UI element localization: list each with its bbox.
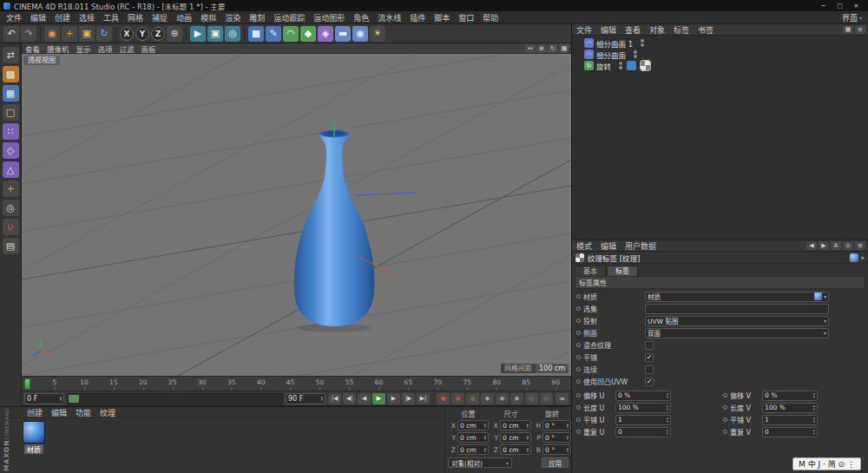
coord-field-2-2[interactable]: 0 cm▴▾ (500, 432, 531, 443)
menubar-item-7[interactable]: 捕捉 (148, 12, 172, 23)
add-generator-button[interactable]: ◠ (283, 26, 299, 42)
am-forward-icon[interactable]: ▶ (819, 241, 829, 250)
record-pla-button[interactable]: ◇ (540, 393, 553, 404)
length-v-field[interactable]: 100 %▴▾ (762, 403, 818, 413)
redo-button[interactable]: ↷ (21, 26, 36, 42)
am-menu-3[interactable]: 用户数据 (621, 240, 661, 252)
timeline-ruler[interactable]: 51015202530354045505560657075808590 (22, 376, 571, 391)
om-menu-6[interactable]: 书签 (694, 24, 718, 36)
coord-field-3-3[interactable]: 0 °▴▾ (542, 444, 571, 455)
timeline-tick-60[interactable]: 60 (375, 378, 384, 386)
material-menu-1[interactable]: 创建 (23, 407, 47, 418)
length-v-field-spinner[interactable]: ▴▾ (813, 404, 815, 411)
timeline-slider[interactable] (67, 393, 283, 404)
attribute-tab-2[interactable]: 标签 (607, 266, 638, 276)
viewport-menu-5[interactable]: 过滤 (116, 43, 138, 54)
object-row-3[interactable]: ↻旋转 (572, 60, 868, 71)
viewport-menu-3[interactable]: 显示 (73, 43, 95, 54)
enable-axis-button[interactable]: + (3, 181, 19, 197)
timeline-tick-40[interactable]: 40 (257, 378, 266, 386)
am-lock-icon[interactable]: ⊙ (843, 241, 853, 250)
timeline-tick-65[interactable]: 65 (404, 378, 413, 386)
minimize-button[interactable]: ─ (815, 3, 832, 10)
menubar-item-3[interactable]: 创建 (50, 12, 75, 23)
add-deformer-button[interactable]: ◈ (318, 26, 333, 42)
tiles-v-field-spinner[interactable]: ▴▾ (813, 417, 815, 423)
timeline-tick-5[interactable]: 5 (53, 378, 57, 386)
am-auto-icon[interactable]: A (831, 241, 841, 250)
material-menu-3[interactable]: 功能 (71, 407, 95, 418)
uvw-tag[interactable] (627, 61, 636, 70)
tiles-u-field[interactable]: 1▴▾ (615, 415, 671, 425)
menubar-item-2[interactable]: 编辑 (26, 12, 50, 23)
am-back-icon[interactable]: ◀ (806, 241, 817, 250)
timeline-tick-30[interactable]: 30 (198, 378, 207, 386)
material-item-1[interactable]: 材质 (21, 421, 47, 454)
viewport-menu-4[interactable]: 选项 (95, 43, 116, 54)
close-button[interactable]: ✕ (848, 3, 865, 10)
offset-u-field[interactable]: 0 %▴▾ (615, 391, 671, 401)
pan-view-button[interactable]: ↔ (525, 44, 536, 53)
start-frame-spinner[interactable]: ▴▾ (60, 396, 62, 402)
am-menu-1[interactable]: 模式 (572, 240, 596, 252)
autokeying-button[interactable]: ◉ (451, 393, 464, 404)
record-keyframe-button[interactable]: ● (437, 393, 450, 404)
rotate-tool[interactable]: ↻ (96, 26, 112, 42)
animation-options-button[interactable]: ≡ (556, 393, 569, 404)
om-filter-icon[interactable]: ≡ (855, 25, 865, 34)
repetition-v-field-spinner[interactable]: ▴▾ (813, 429, 815, 435)
scale-tool[interactable]: ▣ (79, 26, 95, 42)
workplane-lock-button[interactable]: ▤ (3, 238, 19, 254)
workplane-mode-button[interactable]: □ (3, 104, 19, 121)
prev-key-button[interactable]: ◀| (343, 393, 356, 404)
link-menu-icon[interactable]: ▾ (824, 293, 826, 299)
repetition-u-field-spinner[interactable]: ▴▾ (667, 429, 668, 435)
om-menu-5[interactable]: 标签 (669, 24, 694, 36)
use-bump-uvw-checkbox[interactable]: ✓ (645, 378, 654, 386)
menubar-item-14[interactable]: 角色 (349, 12, 373, 23)
keyframe-selection-button[interactable]: ◎ (466, 393, 479, 404)
model-mode-button[interactable]: ▩ (3, 66, 19, 82)
material-menu-2[interactable]: 编辑 (47, 407, 71, 418)
coord-field-3-1[interactable]: 0 cm▴▾ (457, 444, 489, 455)
timeline-tick-75[interactable]: 75 (464, 378, 472, 386)
menubar-item-6[interactable]: 网格 (123, 12, 148, 23)
om-menu-4[interactable]: 对象 (645, 24, 669, 36)
add-light-button[interactable]: ☀ (370, 26, 385, 42)
live-selection-tool[interactable]: ◉ (44, 26, 60, 42)
render-view-button[interactable]: ▶ (190, 26, 206, 42)
material-menu-4[interactable]: 纹理 (95, 407, 120, 418)
add-mesh-button[interactable]: ◆ (300, 26, 316, 42)
interface-caret-icon[interactable]: ▾ (859, 15, 862, 21)
projection-select[interactable]: UVW 贴图▾ (645, 316, 829, 326)
menubar-item-4[interactable]: 选择 (75, 12, 99, 23)
edges-mode-button[interactable]: ◇ (3, 142, 19, 159)
selection-field[interactable] (645, 304, 829, 314)
tiles-v-field[interactable]: 1▴▾ (762, 415, 818, 425)
length-u-field-spinner[interactable]: ▴▾ (667, 404, 668, 411)
offset-v-field-spinner[interactable]: ▴▾ (813, 392, 815, 398)
mix-textures-checkbox[interactable] (645, 341, 654, 350)
start-frame-field[interactable]: 0 F ▴▾ (24, 393, 64, 404)
points-mode-button[interactable]: ∷ (3, 123, 19, 140)
timeline-tick-45[interactable]: 45 (286, 378, 295, 386)
offset-v-field[interactable]: 0 %▴▾ (762, 391, 818, 401)
timeline-tick-85[interactable]: 85 (522, 378, 530, 386)
render-region-button[interactable]: ▣ (207, 26, 223, 42)
seamless-checkbox[interactable] (645, 365, 654, 374)
menubar-item-12[interactable]: 运动跟踪 (269, 12, 309, 23)
vase-object[interactable] (294, 130, 375, 326)
attribute-tab-1[interactable]: 基本 (575, 266, 606, 276)
move-tool[interactable]: + (62, 26, 77, 42)
om-menu-2[interactable]: 编辑 (596, 24, 621, 36)
om-menu-3[interactable]: 查看 (621, 24, 645, 36)
render-visibility-dot[interactable] (619, 66, 622, 69)
goto-end-button[interactable]: ▶| (417, 393, 430, 404)
am-menu-2[interactable]: 编辑 (596, 240, 621, 252)
end-frame-field[interactable]: 90 F ▴▾ (286, 393, 326, 404)
record-parameter-button[interactable]: ◇ (525, 393, 538, 404)
tiles-u-field-spinner[interactable]: ▴▾ (667, 417, 668, 423)
coord-field-2-1[interactable]: 0 cm▴▾ (457, 432, 489, 443)
menubar-item-13[interactable]: 运动图形 (309, 12, 349, 23)
axis-y-lock-button[interactable]: Y (135, 27, 149, 41)
